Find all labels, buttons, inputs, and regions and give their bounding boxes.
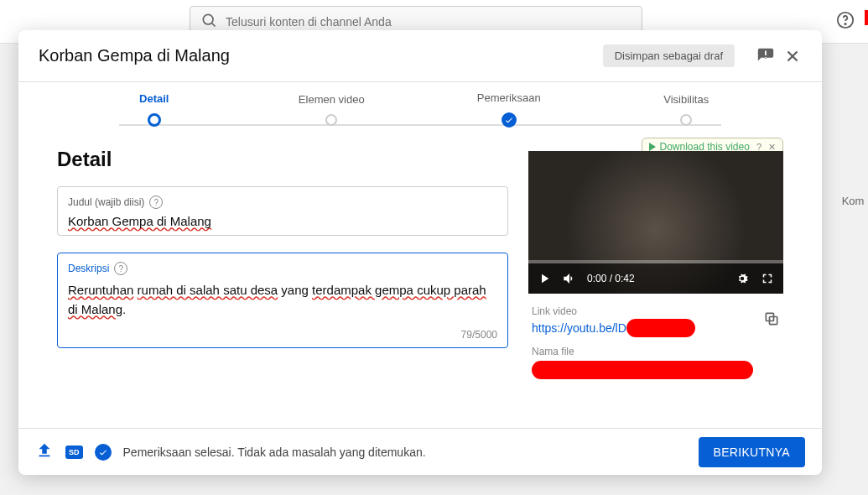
section-title-detail: Detail — [57, 148, 508, 171]
check-circle-icon — [95, 444, 112, 461]
step-circle — [325, 114, 337, 126]
redacted-link-suffix — [626, 319, 695, 337]
step-detail[interactable]: Detail — [65, 92, 243, 127]
help-icon[interactable]: ? — [114, 262, 127, 275]
step-label: Visibilitas — [598, 93, 776, 106]
search-input[interactable] — [226, 15, 632, 29]
fullscreen-icon[interactable] — [760, 271, 775, 286]
volume-icon[interactable] — [562, 271, 577, 286]
svg-point-0 — [203, 14, 213, 24]
step-label: Elemen video — [243, 93, 421, 106]
description-field[interactable]: Deskripsi ? Reruntuhan rumah di salah sa… — [57, 253, 508, 348]
feedback-icon[interactable] — [756, 47, 775, 65]
video-preview[interactable]: 0:00 / 0:42 — [528, 151, 783, 294]
next-button[interactable]: BERIKUTNYA — [699, 437, 805, 467]
help-icon[interactable] — [836, 11, 855, 33]
modal-title: Korban Gempa di Malang — [39, 46, 603, 65]
filename-label: Nama file — [532, 346, 780, 357]
create-button-edge — [865, 10, 868, 25]
step-circle — [148, 113, 161, 127]
svg-line-1 — [212, 23, 216, 26]
close-icon[interactable] — [783, 47, 802, 65]
search-icon — [200, 12, 217, 32]
draft-status-chip: Disimpan sebagai draf — [603, 44, 735, 67]
step-visibilitas[interactable]: Visibilitas — [598, 93, 776, 126]
play-icon[interactable] — [537, 271, 552, 286]
play-icon — [649, 143, 656, 151]
stepper: Detail Elemen video Pemeriksaan Visibili… — [18, 82, 822, 131]
step-circle-check — [502, 112, 517, 128]
background-tab-stub: Kom — [838, 195, 868, 207]
settings-icon[interactable] — [735, 271, 750, 286]
step-label: Detail — [65, 92, 243, 105]
quality-badge: SD — [65, 446, 83, 459]
help-icon[interactable]: ? — [149, 195, 163, 209]
step-label: Pemeriksaan — [420, 91, 598, 104]
video-link-label: Link video — [532, 305, 780, 317]
description-counter: 79/5000 — [461, 329, 497, 341]
upload-modal: Korban Gempa di Malang Disimpan sebagai … — [18, 30, 822, 475]
video-time: 0:00 / 0:42 — [587, 273, 635, 284]
step-pemeriksaan[interactable]: Pemeriksaan — [420, 91, 598, 128]
redacted-filename — [532, 361, 753, 379]
video-link[interactable]: https://youtu.be/lD — [532, 319, 780, 337]
footer-status-text: Pemeriksaan selesai. Tidak ada masalah y… — [123, 446, 426, 459]
svg-point-3 — [845, 23, 845, 23]
copy-icon[interactable] — [763, 310, 780, 331]
step-elemen-video[interactable]: Elemen video — [243, 93, 421, 126]
title-field-value[interactable]: Korban Gempa di Malang — [68, 214, 497, 228]
title-field-label: Judul (wajib diisi) ? — [68, 195, 497, 209]
step-circle — [680, 114, 692, 126]
title-field[interactable]: Judul (wajib diisi) ? Korban Gempa di Ma… — [57, 186, 508, 236]
description-field-label: Deskripsi ? — [68, 262, 497, 275]
description-field-value[interactable]: Reruntuhan rumah di salah satu desa yang… — [68, 280, 497, 341]
upload-icon — [35, 441, 54, 463]
